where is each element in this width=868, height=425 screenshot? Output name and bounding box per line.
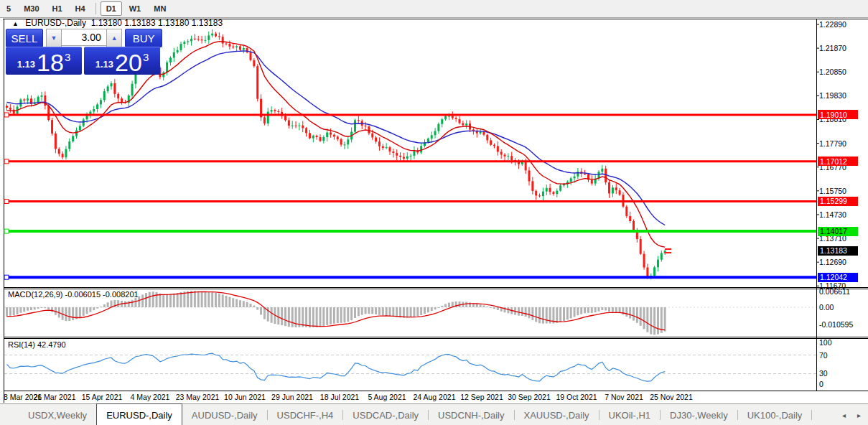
candle-up (542, 192, 544, 196)
tab-scroll-left-icon[interactable]: ◂ (842, 411, 846, 419)
price-axis-tick-label: 1.21870 (819, 44, 846, 52)
level-price-badge: 1.19010 (818, 110, 858, 119)
macd-bar (138, 296, 140, 307)
macd-bar (177, 293, 179, 307)
macd-bar (542, 307, 544, 324)
macd-bar (124, 302, 126, 307)
line-handle[interactable] (4, 113, 9, 117)
line-handle[interactable] (4, 159, 9, 164)
macd-bar (636, 307, 638, 323)
macd-bar (17, 307, 19, 314)
macd-bar (493, 307, 495, 309)
macd-bar (312, 307, 314, 327)
macd-bar (410, 307, 412, 317)
macd-bar (305, 307, 307, 327)
chart-tab-usdchf-h4[interactable]: USDCHF-,H4 (268, 404, 343, 425)
buy-button[interactable]: BUY (125, 29, 162, 47)
macd-bar (9, 307, 11, 316)
chart-tab-xauusd-daily[interactable]: XAUUSD-,Daily (515, 404, 599, 425)
tab-scroll-right-icon[interactable]: ▸ (857, 411, 861, 419)
chart-tab-ukoil-h1[interactable]: UKOil-,H1 (599, 404, 661, 425)
chart-tab-usdcad-daily[interactable]: USDCAD-,Daily (343, 404, 428, 425)
rsi-axis-tick-label: 100 (819, 338, 832, 347)
volume-increase-button[interactable]: ▲ (106, 29, 123, 47)
sell-button[interactable]: SELL (6, 29, 43, 47)
timeframe-button-5[interactable]: 5 (1, 1, 17, 16)
chart-tab-dj30-weekly[interactable]: DJ30-,Weekly (661, 404, 737, 425)
chart-tab-uk100-daily[interactable]: UK100-,Daily (738, 404, 812, 425)
buy-price-display[interactable]: 1.13 20 3 (84, 47, 160, 75)
chart-tab-bar: USDX,WeeklyEURUSD-,DailyAUDUSD-,DailyUSD… (0, 403, 868, 425)
candle-down (538, 195, 541, 196)
timeframe-button-M30[interactable]: M30 (18, 1, 45, 16)
candle-up (386, 147, 388, 148)
macd-bar (65, 307, 67, 321)
chart-tab-eurusd-daily[interactable]: EURUSD-,Daily (96, 403, 182, 425)
candle-up (410, 156, 412, 157)
line-handle[interactable] (4, 199, 9, 203)
candle-down (55, 134, 57, 149)
current-price-badge: 1.13183 (818, 246, 858, 256)
candle-down (218, 36, 220, 37)
macd-bar (250, 304, 252, 307)
candle-down (528, 170, 531, 181)
macd-bar (378, 307, 381, 315)
macd-bar (194, 291, 196, 307)
date-axis-label: 19 Oct 2021 (556, 393, 597, 401)
candle-down (9, 108, 11, 110)
sell-price-display[interactable]: 1.13 18 3 (6, 47, 82, 75)
macd-bar (83, 307, 85, 316)
volume-decrease-button[interactable]: ▼ (46, 29, 62, 47)
macd-bar (79, 307, 81, 317)
macd-bar (570, 307, 572, 318)
macd-bar (518, 307, 520, 316)
candle-up (68, 141, 70, 149)
candle-up (601, 169, 603, 172)
timeframe-button-H4[interactable]: H4 (70, 1, 91, 16)
timeframe-button-W1[interactable]: W1 (123, 1, 147, 16)
macd-bar (392, 307, 394, 317)
line-handle[interactable] (4, 275, 9, 279)
macd-bar (103, 304, 106, 307)
macd-bar (41, 307, 43, 308)
candle-up (187, 41, 189, 42)
macd-bar (650, 307, 652, 335)
candle-down (194, 39, 196, 39)
macd-bar (6, 307, 8, 317)
macd-bar (246, 302, 248, 307)
candle-up (507, 156, 509, 157)
candle-down (6, 106, 8, 108)
timeframe-button-MN[interactable]: MN (148, 1, 172, 16)
candle-up (480, 132, 482, 134)
candle-up (444, 116, 447, 120)
timeframe-button-H1[interactable]: H1 (47, 1, 68, 16)
macd-bar (187, 291, 189, 307)
macd-bar (591, 307, 593, 313)
candle-down (608, 182, 610, 193)
date-axis-label: 5 Aug 2021 (368, 393, 406, 401)
macd-bar (354, 307, 356, 318)
macd-bar (277, 307, 279, 324)
candle-down (253, 60, 255, 66)
chart-tab-audusd-daily[interactable]: AUDUSD-,Daily (182, 404, 267, 425)
candle-up (574, 177, 576, 179)
macd-bar (239, 300, 241, 307)
candle-up (465, 123, 467, 125)
macd-bar (271, 307, 273, 323)
rsi-axis-tick-label: 70 (819, 351, 828, 360)
candle-up (559, 185, 561, 190)
timeframe-button-D1[interactable]: D1 (101, 1, 122, 16)
macd-bar (326, 307, 328, 325)
macd-bar (361, 307, 363, 315)
candle-down (337, 136, 339, 139)
macd-bar (322, 307, 325, 327)
candle-up (75, 131, 78, 136)
macd-bar (288, 307, 290, 327)
line-handle[interactable] (4, 229, 9, 233)
chart-tab-usdcnh-daily[interactable]: USDCNH-,Daily (429, 404, 513, 425)
price-axis-tick-label: 1.15750 (819, 187, 846, 195)
macd-bar (183, 291, 185, 307)
macd-bar (437, 307, 439, 308)
volume-input[interactable]: 3.00 (62, 29, 106, 46)
chart-tab-usdx-weekly[interactable]: USDX,Weekly (19, 404, 96, 425)
